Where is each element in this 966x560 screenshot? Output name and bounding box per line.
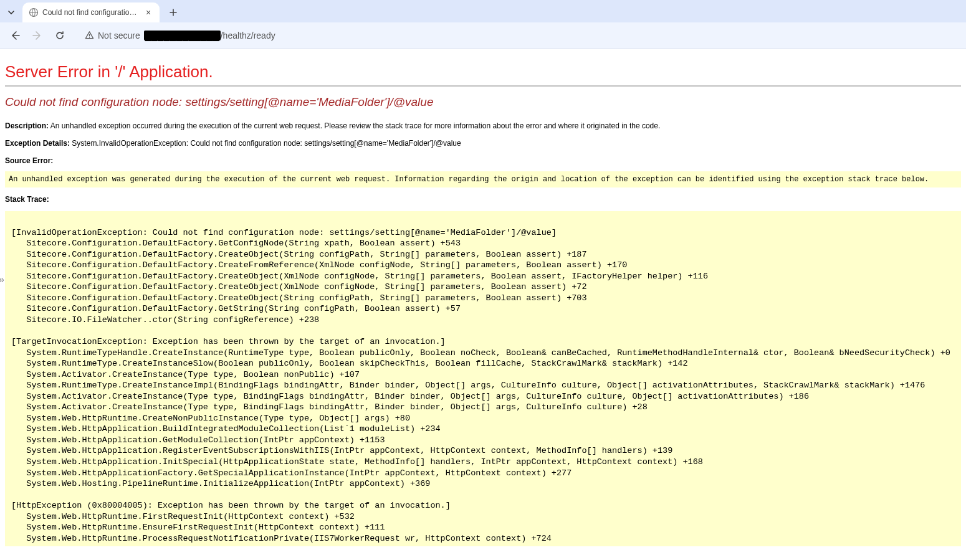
back-button[interactable] [6,27,24,44]
plus-icon [170,9,177,16]
reload-button[interactable] [51,27,69,44]
stack-trace-line: Stack Trace: [5,194,961,205]
tab-title: Could not find configuration no [42,8,140,17]
description-label: Description: [5,121,49,130]
globe-icon [29,7,39,17]
source-error-box: An unhandled exception was generated dur… [5,171,961,187]
description-text: An unhandled exception occurred during t… [49,121,660,130]
exception-line: Exception Details: System.InvalidOperati… [5,138,961,149]
address-bar[interactable]: Not secure ████████████/healthz/ready [77,26,960,45]
error-subheading: Could not find configuration node: setti… [5,95,961,109]
security-label: Not secure [98,31,140,40]
svg-point-2 [89,37,90,39]
side-marker-icon: » [0,274,4,285]
forward-button[interactable] [29,27,46,44]
source-error-line: Source Error: [5,155,961,166]
page-content: Server Error in '/' Application. Could n… [0,49,966,559]
browser-toolbar: Not secure ████████████/healthz/ready [0,22,966,49]
source-error-label: Source Error: [5,156,53,165]
url-redacted: ████████████ [144,31,221,40]
browser-chrome: Could not find configuration no × Not se… [0,0,966,49]
exception-text: System.InvalidOperationException: Could … [70,139,461,148]
heading-rule [5,85,961,87]
arrow-left-icon [10,31,20,40]
arrow-right-icon [32,31,42,40]
stack-trace-label: Stack Trace: [5,195,49,204]
description-line: Description: An unhandled exception occu… [5,120,961,131]
url-text: ████████████/healthz/ready [144,31,275,40]
reload-icon [55,31,65,40]
tab-search-button[interactable] [4,5,19,20]
stack-trace-box: [InvalidOperationException: Could not fi… [5,211,961,546]
close-tab-button[interactable]: × [143,7,153,17]
exception-label: Exception Details: [5,139,70,148]
new-tab-button[interactable] [165,4,182,21]
tab-strip: Could not find configuration no × [0,0,966,22]
warning-icon [85,31,94,40]
page-heading: Server Error in '/' Application. [5,54,961,85]
chevron-down-icon [7,9,15,16]
browser-tab[interactable]: Could not find configuration no × [22,2,160,22]
